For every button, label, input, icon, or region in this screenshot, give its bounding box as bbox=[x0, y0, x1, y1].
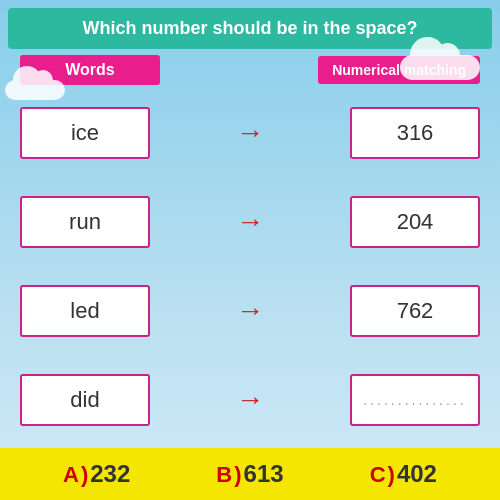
answer-value-c: 402 bbox=[397, 460, 437, 488]
table-row: run → 204 bbox=[20, 180, 480, 263]
word-box-did: did bbox=[20, 374, 150, 426]
answer-option-b[interactable]: B ) 613 bbox=[216, 460, 283, 488]
number-box-762: 762 bbox=[350, 285, 480, 337]
answer-paren-a: ) bbox=[81, 462, 88, 488]
number-box-316: 316 bbox=[350, 107, 480, 159]
table-row: led → 762 bbox=[20, 270, 480, 353]
arrow-icon-0: → bbox=[150, 117, 350, 149]
arrow-icon-3: → bbox=[150, 384, 350, 416]
cloud-right bbox=[400, 55, 480, 80]
number-box-204: 204 bbox=[350, 196, 480, 248]
cloud-left bbox=[5, 80, 65, 100]
answer-value-a: 232 bbox=[90, 460, 130, 488]
header-text: Which number should be in the space? bbox=[82, 18, 417, 38]
arrow-icon-2: → bbox=[150, 295, 350, 327]
number-box-empty: ............... bbox=[350, 374, 480, 426]
word-box-run: run bbox=[20, 196, 150, 248]
table-row: did → ............... bbox=[20, 359, 480, 442]
table-row: ice → 316 bbox=[20, 91, 480, 174]
word-rows: ice → 316 run → 204 led → bbox=[20, 91, 480, 442]
main-content: Words Numerical matching ice → 316 run → bbox=[0, 49, 500, 442]
word-box-ice: ice bbox=[20, 107, 150, 159]
answer-bar: A ) 232 B ) 613 C ) 402 bbox=[0, 448, 500, 500]
answer-value-b: 613 bbox=[244, 460, 284, 488]
arrow-icon-1: → bbox=[150, 206, 350, 238]
answer-option-c[interactable]: C ) 402 bbox=[370, 460, 437, 488]
answer-letter-a: A bbox=[63, 462, 79, 488]
app: Which number should be in the space? Wor… bbox=[0, 0, 500, 500]
answer-paren-b: ) bbox=[234, 462, 241, 488]
answer-letter-b: B bbox=[216, 462, 232, 488]
word-box-led: led bbox=[20, 285, 150, 337]
answer-letter-c: C bbox=[370, 462, 386, 488]
answer-option-a[interactable]: A ) 232 bbox=[63, 460, 130, 488]
answer-paren-c: ) bbox=[388, 462, 395, 488]
